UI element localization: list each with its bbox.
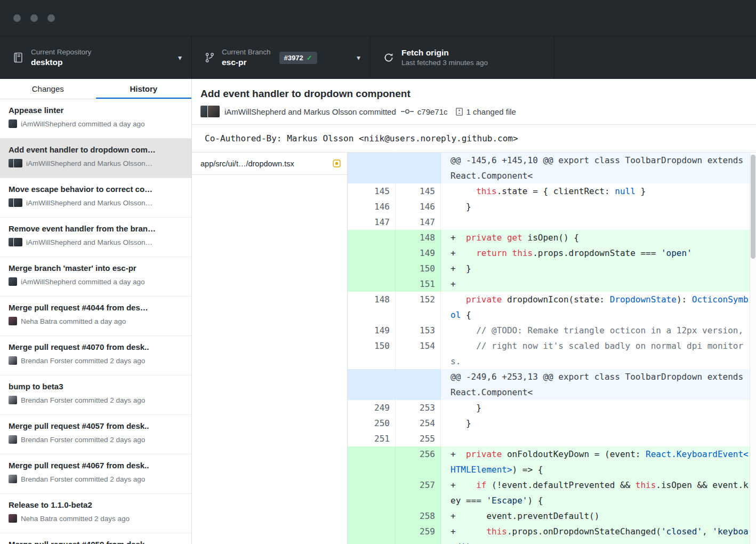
main-panel: Add event handler to dropdown component …	[192, 79, 756, 544]
toolbar-filler	[554, 36, 756, 79]
commit-list: Appease linter iAmWillShepherd committed…	[0, 99, 191, 544]
commit-sha: c79e71c	[417, 107, 448, 116]
commit-meta: Brendan Forster committed 2 days ago	[21, 396, 145, 404]
commit-title: Move escape behavior to correct co…	[9, 184, 184, 195]
commit-title: Merge pull request #4057 from desk..	[9, 421, 184, 431]
commit-summary: Add event handler to dropdown component	[200, 87, 747, 100]
diff-body: @@ -145,6 +145,10 @@ export class Toolba…	[348, 153, 756, 544]
commit-meta: iAmWillShepherd committed a day ago	[21, 278, 145, 286]
commit-list-item[interactable]: Release to 1.1.0-beta2 Neha Batra commit…	[0, 494, 191, 533]
diff-line: 251255	[348, 431, 756, 446]
diff-line: 147147	[348, 214, 756, 230]
commit-title: Release to 1.1.0-beta2	[9, 500, 184, 510]
diff-line: 150154 // right now it's scaled badly on…	[348, 338, 756, 369]
commit-avatars	[9, 159, 22, 167]
diff-line: 149153 // @TODO: Remake triangle octicon…	[348, 323, 756, 338]
commit-header: Add event handler to dropdown component …	[192, 79, 756, 125]
diff-hunk-header: @@ -145,6 +145,10 @@ export class Toolba…	[348, 153, 756, 183]
avatar	[9, 277, 17, 286]
commit-list-item[interactable]: bump to beta3 Brendan Forster committed …	[0, 375, 191, 415]
sidebar-tabs: Changes History	[0, 79, 191, 99]
commit-meta: iAmWillShepherd committed a day ago	[21, 120, 145, 128]
branch-switcher[interactable]: Current Branch esc-pr #3972 ✓ ▾	[192, 36, 371, 79]
branch-name: esc-pr	[222, 57, 271, 68]
commit-list-item[interactable]: Add event handler to dropdown com… iAmWi…	[0, 139, 191, 178]
avatar	[14, 198, 22, 207]
commit-author-avatars	[200, 106, 220, 117]
commit-title: Merge pull request #4044 from des…	[9, 302, 184, 313]
sidebar: Changes History Appease linter iAmWillSh…	[0, 79, 192, 544]
repository-switcher[interactable]: Current Repository desktop ▾	[0, 36, 192, 79]
commit-list-item[interactable]: Merge branch 'master' into esc-pr iAmWil…	[0, 257, 191, 297]
avatar	[9, 514, 17, 523]
commit-list-item[interactable]: Move escape behavior to correct co… iAmW…	[0, 178, 191, 218]
tab-history[interactable]: History	[96, 79, 192, 99]
file-list-item[interactable]: app/src/ui/t…/dropdown.tsx	[192, 153, 347, 175]
commit-title: Appease linter	[9, 105, 184, 116]
commit-list-item[interactable]: Merge pull request #4067 from desk.. Bre…	[0, 454, 191, 494]
commit-list-item[interactable]: Remove event handler from the bran… iAmW…	[0, 218, 191, 257]
commit-avatars	[9, 198, 22, 207]
commit-avatars	[9, 356, 17, 365]
zoom-button[interactable]	[47, 14, 55, 22]
diff-line: 145145 this.state = { clientRect: null }	[348, 183, 756, 199]
fetch-label: Fetch origin	[401, 47, 488, 58]
scrollbar-thumb[interactable]	[751, 155, 755, 259]
git-commit-icon	[401, 108, 414, 115]
branch-label: Current Branch	[222, 47, 271, 57]
diff-line: 249253 }	[348, 400, 756, 415]
commit-meta: Brendan Forster committed 2 days ago	[21, 357, 145, 365]
commit-meta: Neha Batra committed 2 days ago	[21, 515, 130, 523]
repository-label: Current Repository	[31, 47, 91, 57]
avatar	[9, 435, 17, 444]
commit-meta: iAmWillShepherd and Markus Olsson…	[26, 199, 152, 207]
changed-files-panel: app/src/ui/t…/dropdown.tsx	[192, 153, 348, 544]
commit-list-item[interactable]: Merge pull request #4044 from des… Neha …	[0, 297, 191, 336]
repo-icon	[13, 52, 23, 63]
diff-line: 149+ return this.props.dropdownState ===…	[348, 245, 756, 261]
commit-avatars	[9, 514, 17, 523]
commit-list-item[interactable]: Merge pull request #4057 from desk.. Bre…	[0, 415, 191, 454]
commit-meta: Brendan Forster committed 2 days ago	[21, 475, 145, 483]
fetch-status: Last fetched 3 minutes ago	[401, 58, 488, 68]
commit-title: Add event handler to dropdown com…	[9, 145, 184, 155]
avatar	[208, 106, 220, 117]
commit-title: Merge pull request #4067 from desk..	[9, 460, 184, 471]
diff-line: 256+ private onFoldoutKeyDown = (event: …	[348, 446, 756, 477]
tab-changes[interactable]: Changes	[0, 79, 96, 99]
pr-number-badge: #3972 ✓	[279, 52, 317, 64]
avatar	[9, 356, 17, 365]
commit-meta: Neha Batra committed a day ago	[21, 317, 126, 325]
commit-meta: iAmWillShepherd and Markus Olsson…	[26, 159, 152, 167]
chevron-down-icon: ▾	[357, 54, 360, 61]
pr-number: #3972	[284, 54, 303, 62]
commit-avatars	[9, 277, 17, 286]
avatar	[9, 475, 17, 483]
content: Changes History Appease linter iAmWillSh…	[0, 79, 756, 544]
file-path: app/src/ui/t…/dropdown.tsx	[200, 159, 328, 168]
commit-list-item[interactable]: Appease linter iAmWillShepherd committed…	[0, 99, 191, 139]
file-diff-icon	[456, 108, 463, 116]
minimize-button[interactable]	[30, 14, 38, 22]
chevron-down-icon: ▾	[178, 54, 182, 61]
check-icon: ✓	[307, 54, 312, 62]
commit-authors: iAmWillShepherd and Markus Olsson commit…	[224, 107, 396, 116]
sync-icon	[383, 52, 394, 63]
git-branch-icon	[205, 52, 214, 63]
diff-viewer: @@ -145,6 +145,10 @@ export class Toolba…	[348, 153, 756, 544]
commit-title: Merge pull request #4059 from desk..	[9, 539, 184, 544]
commit-list-item[interactable]: Merge pull request #4070 from desk.. Bre…	[0, 336, 191, 375]
diff-line: 148152 private dropdownIcon(state: Dropd…	[348, 292, 756, 323]
commit-description: Co-Authored-By: Markus Olsson <niik@user…	[192, 125, 756, 153]
diff-line: 250254 }	[348, 415, 756, 431]
diff-line: 146146 }	[348, 199, 756, 214]
fetch-origin-button[interactable]: Fetch origin Last fetched 3 minutes ago	[371, 36, 554, 79]
commit-title: Merge branch 'master' into esc-pr	[9, 263, 184, 274]
diff-line: 259+ this.props.onDropdownStateChanged('…	[348, 524, 756, 544]
avatar	[9, 317, 17, 325]
commit-list-item[interactable]: Merge pull request #4059 from desk..	[0, 533, 191, 544]
close-button[interactable]	[13, 14, 21, 22]
repository-name: desktop	[31, 57, 91, 68]
diff-scrollbar[interactable]	[750, 153, 756, 544]
diff-line: 258+ event.preventDefault()	[348, 508, 756, 524]
